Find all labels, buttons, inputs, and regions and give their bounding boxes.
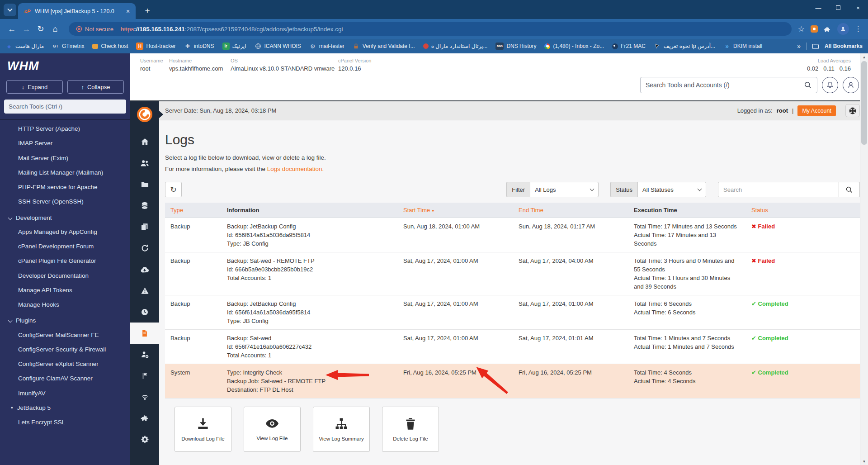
bookmark-item[interactable]: Fr21 MAC [612, 43, 646, 49]
logs-documentation-link[interactable]: Logs documentation. [267, 166, 324, 172]
filter-select[interactable]: All Logs [530, 182, 599, 197]
browser-tab[interactable]: cP WHM [vps] JetBackup 5 - 120.0 × [18, 3, 136, 19]
file-manager-icon[interactable] [130, 174, 159, 195]
bookmark-item[interactable]: ⚙mail-tester [309, 43, 344, 50]
close-window-button[interactable]: × [848, 0, 868, 15]
restore-icon[interactable] [130, 237, 159, 259]
sidebar-item-plugin-file-generator[interactable]: cPanel Plugin File Generator [0, 254, 130, 268]
help-button[interactable] [845, 104, 860, 117]
queue-icon[interactable] [130, 301, 159, 323]
notifications-button[interactable] [822, 77, 838, 93]
bookmark-item[interactable]: DNSDNS History [495, 43, 536, 50]
scrollbar[interactable]: ▲ ▼ [860, 53, 868, 465]
header-status[interactable]: Status [746, 207, 854, 214]
table-row[interactable]: Backup Backup: JetBackup ConfigId: 656f6… [165, 218, 860, 252]
bookmark-item[interactable]: GTGTmetrix [52, 43, 84, 50]
not-secure-chip[interactable]: Not secure [76, 26, 113, 33]
sidebar-item-php-fpm[interactable]: PHP-FPM service for Apache [0, 180, 130, 195]
tab-close-icon[interactable]: × [124, 7, 132, 15]
scroll-down-arrow[interactable]: ▼ [860, 458, 868, 465]
bookmark-item[interactable]: نحوه تعریف Ip آدرس... [654, 43, 715, 50]
clone-jobs-icon[interactable] [130, 216, 159, 237]
header-end-time[interactable]: End Time [513, 207, 628, 214]
expand-button[interactable]: ↓Expand [6, 80, 63, 94]
menu-kebab-icon[interactable]: ⋮ [855, 25, 862, 33]
sidebar-item-configserver-security[interactable]: ConfigServer Security & Firewall [0, 342, 130, 357]
sidebar-item-jetbackup5[interactable]: •JetBackup 5 [0, 401, 130, 415]
header-search-input[interactable] [646, 81, 804, 89]
extensions-puzzle-icon[interactable] [824, 25, 831, 33]
header-search[interactable] [640, 77, 817, 93]
maximize-button[interactable] [828, 0, 848, 15]
sidebar-search[interactable] [4, 100, 126, 114]
table-search-button[interactable] [839, 182, 860, 197]
sidebar-group-development[interactable]: Development [0, 209, 130, 225]
view-log-file-button[interactable]: View Log File [244, 407, 301, 452]
sidebar-item-imap-server[interactable]: IMAP Server [0, 136, 130, 151]
address-bar[interactable]: Not secure https://185.165.116.241:2087/… [69, 22, 792, 36]
table-row[interactable]: Backup Backup: Sat-wedId: 656f741e16ab0a… [165, 330, 860, 364]
sidebar-item-mailing-list-manager[interactable]: Mailing List Manager (Mailman) [0, 166, 130, 180]
table-row[interactable]: Backup Backup: JetBackup ConfigId: 656f6… [165, 295, 860, 330]
profile-avatar[interactable] [837, 23, 849, 35]
plugins-icon[interactable] [130, 408, 159, 429]
sidebar-item-developer-documentation[interactable]: Developer Documentation [0, 269, 130, 283]
schedules-icon[interactable] [130, 386, 159, 408]
bookmark-item[interactable]: ◆مارال هاست [5, 43, 44, 50]
forward-button[interactable]: → [19, 22, 33, 36]
sidebar-item-clamav[interactable]: Configure ClamAV Scanner [0, 371, 130, 386]
table-row-selected[interactable]: System Type: Integrity CheckBackup Job: … [165, 364, 860, 399]
scrollbar-thumb[interactable] [861, 61, 867, 145]
delete-log-file-button[interactable]: Delete Log File [382, 407, 439, 452]
back-button[interactable]: ← [5, 22, 19, 36]
table-row[interactable]: Backup Backup: Sat-wed - REMOTE FTPId: 6… [165, 252, 860, 295]
bookmark-item[interactable]: ✚intoDNS [184, 43, 214, 50]
downloads-icon[interactable] [130, 259, 159, 280]
table-search-input[interactable] [718, 182, 839, 197]
bookmark-item[interactable]: HHost-tracker [136, 43, 175, 50]
sidebar-item-mail-server[interactable]: Mail Server (Exim) [0, 151, 130, 166]
all-bookmarks-button[interactable]: All Bookmarks [825, 43, 863, 49]
status-select[interactable]: All Statuses [637, 182, 706, 197]
collapse-button[interactable]: ↑Collapse [67, 80, 124, 94]
alerts-icon[interactable] [130, 280, 159, 301]
sidebar-item-cpanel-dev-forum[interactable]: cPanel Development Forum [0, 239, 130, 254]
account-management-icon[interactable] [130, 344, 159, 365]
view-log-summary-button[interactable]: View Log Summary [313, 407, 370, 452]
scroll-up-arrow[interactable]: ▲ [860, 53, 868, 61]
account-button[interactable] [843, 77, 859, 93]
tab-search-button[interactable] [4, 4, 16, 16]
minimize-button[interactable]: — [808, 0, 828, 15]
sidebar-item-configserver-exploit[interactable]: ConfigServer eXploit Scanner [0, 357, 130, 371]
bookmark-star-icon[interactable]: ☆ [798, 24, 805, 34]
bookmark-item[interactable]: (1,480) - Inbox - Zo... [544, 43, 604, 49]
home-button[interactable]: ⌂ [48, 22, 62, 36]
sidebar-group-plugins[interactable]: Plugins [0, 312, 130, 327]
header-start-time[interactable]: Start Time▾ [398, 207, 513, 214]
logs-icon[interactable] [130, 323, 159, 344]
refresh-button[interactable]: ↻ [165, 182, 182, 197]
sidebar-item-configserver-mailscanner[interactable]: ConfigServer MailScanner FE [0, 328, 130, 342]
my-account-button[interactable]: My Account [797, 105, 836, 116]
reload-button[interactable]: ↻ [33, 22, 48, 36]
bookmark-item[interactable]: ICANN WHOIS [255, 43, 301, 50]
sidebar-item-manage-api-tokens[interactable]: Manage API Tokens [0, 283, 130, 298]
download-log-file-button[interactable]: Download Log File [175, 407, 231, 452]
settings-icon[interactable] [130, 429, 159, 450]
extension-icon[interactable] [811, 25, 818, 33]
sidebar-item-lets-encrypt[interactable]: Lets Encrypt SSL [0, 415, 130, 430]
bookmark-item[interactable]: Verify and Validate I... [353, 43, 415, 50]
sidebar-item-apps-managed[interactable]: Apps Managed by AppConfig [0, 225, 130, 239]
bookmark-item[interactable]: »DKIM install [723, 43, 762, 50]
backup-jobs-icon[interactable] [130, 195, 159, 216]
destinations-icon[interactable] [130, 365, 159, 386]
bookmark-item[interactable]: irایرنیک [222, 43, 246, 50]
sidebar-item-imunifyav[interactable]: ImunifyAV [0, 386, 130, 401]
accounts-icon[interactable] [130, 152, 159, 174]
sidebar-item-manage-hooks[interactable]: Manage Hooks [0, 298, 130, 312]
header-type[interactable]: Type [165, 207, 222, 214]
home-icon[interactable] [130, 131, 159, 152]
sidebar-search-input[interactable] [9, 103, 122, 110]
bookmarks-overflow-icon[interactable]: » [797, 43, 801, 50]
bookmark-item[interactable]: Check host [92, 43, 128, 49]
